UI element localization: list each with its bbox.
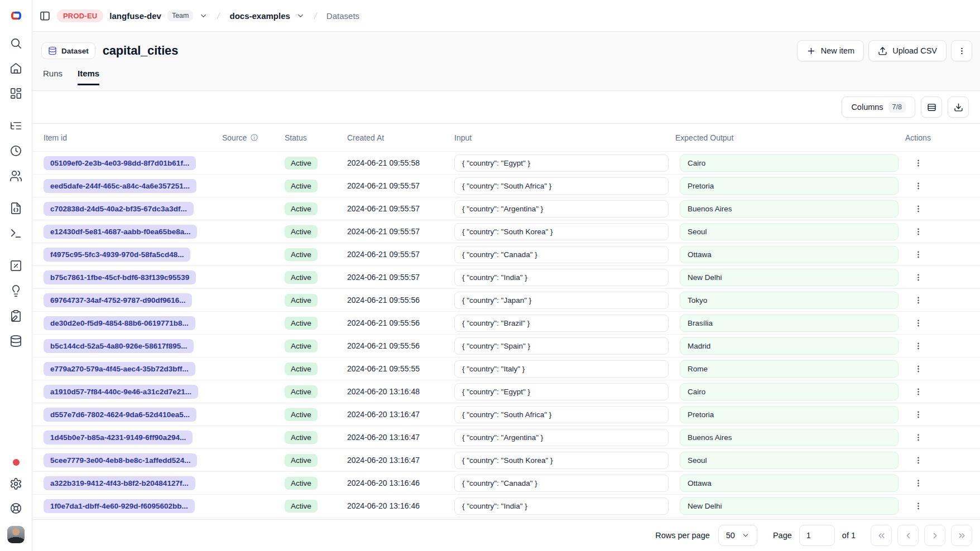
item-id-link[interactable]: 05109ef0-2e3b-4e03-98dd-8f7d01b61f... [44, 156, 196, 170]
new-item-button[interactable]: New item [797, 40, 864, 61]
row-actions-menu-button[interactable] [912, 409, 924, 420]
sidebar-item-support[interactable] [9, 501, 23, 515]
tab-items[interactable]: Items [78, 69, 99, 85]
row-actions-menu-button[interactable] [912, 294, 924, 306]
row-actions-menu-button[interactable] [912, 226, 924, 238]
columns-button[interactable]: Columns 7/8 [842, 96, 915, 118]
rows-per-page-select[interactable]: 50 [718, 525, 757, 546]
row-actions-menu-button[interactable] [912, 477, 924, 489]
sidebar-item-settings[interactable] [9, 477, 23, 490]
expected-output-cell[interactable]: Cairo [680, 383, 899, 400]
item-id-link[interactable]: f4975c95-5fc3-4939-970d-58fa5cd48... [44, 248, 190, 262]
row-actions-menu-button[interactable] [912, 157, 924, 169]
sidebar-item-sessions[interactable] [9, 144, 23, 157]
org-name[interactable]: langfuse-dev [109, 11, 161, 21]
expected-output-cell[interactable]: New Delhi [680, 269, 899, 286]
input-cell[interactable]: { "country": "Canada" } [454, 246, 669, 263]
input-cell[interactable]: { "country": "South Korea" } [454, 452, 669, 469]
project-switcher-button[interactable] [296, 12, 305, 20]
sidebar-item-evaluation[interactable] [9, 259, 23, 272]
input-cell[interactable]: { "country": "South Korea" } [454, 223, 669, 240]
row-actions-menu-button[interactable] [912, 455, 924, 466]
row-height-button[interactable] [921, 96, 942, 118]
item-id-link[interactable]: d557e7d6-7802-4624-9da6-52d410ea5... [44, 408, 196, 422]
table-row[interactable]: d557e7d6-7802-4624-9da6-52d410ea5... Act… [32, 403, 980, 426]
expected-output-cell[interactable]: Buenos Aires [680, 429, 899, 446]
page-number-input[interactable] [799, 525, 835, 546]
table-row[interactable]: eed5dafe-244f-465c-a84c-4a6e357251... Ac… [32, 175, 980, 197]
sidebar-item-datasets[interactable] [9, 334, 23, 347]
project-name[interactable]: docs-examples [229, 11, 290, 21]
table-row[interactable]: 5cee7779-3e00-4eb8-be8c-1affedd524... Ac… [32, 449, 980, 472]
sidebar-item-playground[interactable] [9, 226, 23, 240]
row-actions-menu-button[interactable] [912, 363, 924, 375]
langfuse-logo-icon[interactable] [9, 8, 23, 23]
sidebar-item-prompts[interactable] [9, 201, 23, 215]
row-actions-menu-button[interactable] [912, 432, 924, 443]
table-row[interactable]: de30d2e0-f5d9-4854-88b6-0619771b8... Act… [32, 312, 980, 335]
previous-page-button[interactable] [897, 525, 919, 546]
row-actions-menu-button[interactable] [912, 386, 924, 398]
export-button[interactable] [948, 96, 969, 118]
org-switcher-button[interactable] [199, 12, 208, 20]
item-id-link[interactable]: e779a270-579a-4f45-aec4-35b72d3bff... [44, 362, 195, 376]
item-id-link[interactable]: 1d45b0e7-b85a-4231-9149-6ff90a294... [44, 431, 193, 444]
col-header-expected-output[interactable]: Expected Output [675, 133, 905, 142]
more-actions-button[interactable] [951, 40, 972, 61]
expected-output-cell[interactable]: Cairo [680, 154, 899, 172]
expected-output-cell[interactable]: Buenos Aires [680, 200, 899, 218]
sidebar-item-search[interactable] [9, 36, 23, 50]
item-id-link[interactable]: b5c144cd-52a5-4a80-926e-58617f895... [44, 339, 194, 353]
expected-output-cell[interactable]: Tokyo [680, 292, 899, 309]
input-cell[interactable]: { "country": "Egypt" } [454, 154, 669, 172]
next-page-button[interactable] [924, 525, 945, 546]
expected-output-cell[interactable]: Madrid [680, 337, 899, 355]
table-row[interactable]: c702838d-24d5-40a2-bf35-67dc3a3df... Act… [32, 197, 980, 220]
expected-output-cell[interactable]: Seoul [680, 452, 899, 469]
row-actions-menu-button[interactable] [912, 272, 924, 283]
input-cell[interactable]: { "country": "Argentina" } [454, 429, 669, 446]
sidebar-item-tracing[interactable] [9, 119, 23, 132]
item-id-link[interactable]: de30d2e0-f5d9-4854-88b6-0619771b8... [44, 316, 195, 330]
table-row[interactable]: b5c144cd-52a5-4a80-926e-58617f895... Act… [32, 335, 980, 357]
input-cell[interactable]: { "country": "Brazil" } [454, 315, 669, 332]
table-row[interactable]: a1910d57-7f84-440c-9e46-a31c2d7e21... Ac… [32, 380, 980, 403]
input-cell[interactable]: { "country": "India" } [454, 269, 669, 286]
expected-output-cell[interactable]: Ottawa [680, 475, 899, 492]
input-cell[interactable]: { "country": "South Africa" } [454, 177, 669, 195]
item-id-link[interactable]: e12430df-5e81-4687-aabb-f0ea65be8a... [44, 225, 197, 239]
row-actions-menu-button[interactable] [912, 180, 924, 192]
row-actions-menu-button[interactable] [912, 249, 924, 260]
breadcrumb-section[interactable]: Datasets [326, 11, 359, 21]
col-header-item-id[interactable]: Item id [44, 133, 222, 142]
input-cell[interactable]: { "country": "Spain" } [454, 337, 669, 355]
sidebar-item-annotation[interactable] [9, 309, 23, 322]
row-actions-menu-button[interactable] [912, 203, 924, 215]
tab-runs[interactable]: Runs [43, 69, 63, 85]
expected-output-cell[interactable]: Pretoria [680, 177, 899, 195]
table-row[interactable]: 1d45b0e7-b85a-4231-9149-6ff90a294... Act… [32, 426, 980, 449]
input-cell[interactable]: { "country": "Italy" } [454, 360, 669, 378]
expected-output-cell[interactable]: Pretoria [680, 406, 899, 423]
upload-csv-button[interactable]: Upload CSV [868, 40, 947, 61]
expected-output-cell[interactable]: Ottawa [680, 246, 899, 263]
input-cell[interactable]: { "country": "Argentina" } [454, 200, 669, 218]
item-id-link[interactable]: a1910d57-7f84-440c-9e46-a31c2d7e21... [44, 385, 198, 399]
table-row[interactable]: a322b319-9412-4f43-b8f2-b20484127f... Ac… [32, 472, 980, 495]
table-row[interactable]: 69764737-34af-4752-9787-d90df9616... Act… [32, 289, 980, 312]
item-id-link[interactable]: a322b319-9412-4f43-b8f2-b20484127f... [44, 476, 195, 490]
sidebar-item-dashboard[interactable] [9, 86, 23, 100]
item-id-link[interactable]: eed5dafe-244f-465c-a84c-4a6e357251... [44, 179, 196, 193]
user-avatar[interactable] [7, 526, 25, 543]
col-header-created-at[interactable]: Created At [347, 133, 454, 142]
table-row[interactable]: 1f0e7da1-dbff-4e60-929d-f6095602bb... Ac… [32, 495, 980, 518]
input-cell[interactable]: { "country": "Egypt" } [454, 383, 669, 400]
table-row[interactable]: 05109ef0-2e3b-4e03-98dd-8f7d01b61f... Ac… [32, 152, 980, 175]
input-cell[interactable]: { "country": "South Africa" } [454, 406, 669, 423]
last-page-button[interactable] [951, 525, 972, 546]
table-row[interactable]: e12430df-5e81-4687-aabb-f0ea65be8a... Ac… [32, 220, 980, 243]
sidebar-item-lightbulb[interactable] [9, 284, 23, 297]
item-id-link[interactable]: b75c7861-1fbe-45cf-bdf6-83f139c95539 [44, 270, 196, 284]
expected-output-cell[interactable]: Brasília [680, 315, 899, 332]
item-id-link[interactable]: 69764737-34af-4752-9787-d90df9616... [44, 293, 192, 307]
